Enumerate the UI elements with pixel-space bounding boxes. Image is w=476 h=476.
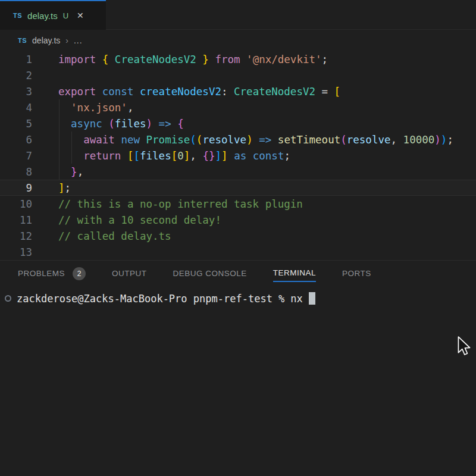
- terminal[interactable]: zackderose@Zacks-MacBook-Pro pnpm-ref-te…: [0, 292, 476, 305]
- panel-tab-bar: PROBLEMS2OUTPUTDEBUG CONSOLETERMINALPORT…: [0, 261, 476, 287]
- command-decoration-icon: [5, 295, 11, 302]
- line-number: 11: [0, 214, 32, 226]
- code-line-13[interactable]: 13: [0, 244, 476, 260]
- code-text: async (files) => {: [58, 118, 184, 130]
- code-line-1[interactable]: 1import { CreateNodesV2 } from '@nx/devk…: [0, 51, 476, 67]
- panel-tab-output[interactable]: OUTPUT: [112, 267, 147, 281]
- close-icon[interactable]: ✕: [77, 11, 84, 20]
- git-untracked-badge: U: [63, 11, 68, 20]
- code-text: return [[files[0], {}]] as const;: [58, 150, 290, 162]
- panel-tab-label: DEBUG CONSOLE: [173, 267, 247, 281]
- line-number: 13: [0, 246, 32, 258]
- code-text: export const createNodesV2: CreateNodesV…: [58, 86, 340, 98]
- indent-guide: [59, 131, 60, 148]
- panel-tab-debug-console[interactable]: DEBUG CONSOLE: [173, 267, 247, 281]
- panel-tab-label: OUTPUT: [112, 267, 147, 281]
- panel-tab-problems[interactable]: PROBLEMS2: [18, 267, 86, 281]
- code-line-3[interactable]: 3export const createNodesV2: CreateNodes…: [0, 83, 476, 99]
- tab-delay-ts[interactable]: TS delay.ts U ✕: [0, 0, 106, 30]
- code-text: await new Promise((resolve) => setTimeou…: [58, 134, 453, 146]
- code-text: // this is a no-op interred task plugin: [58, 198, 303, 210]
- indent-guide: [59, 115, 60, 131]
- typescript-file-icon: TS: [18, 37, 27, 44]
- indent-guide: [71, 131, 72, 148]
- line-number: 6: [0, 134, 32, 146]
- line-number: 10: [0, 198, 32, 210]
- indent-guide: [59, 148, 60, 164]
- panel-tab-terminal[interactable]: TERMINAL: [273, 266, 316, 282]
- terminal-cursor: [309, 292, 315, 305]
- code-line-11[interactable]: 11// with a 10 second delay!: [0, 212, 476, 228]
- line-number: 9: [0, 182, 32, 194]
- code-line-7[interactable]: 7 return [[files[0], {}]] as const;: [0, 148, 476, 164]
- code-text: // with a 10 second delay!: [58, 214, 221, 226]
- problems-count-badge: 2: [73, 267, 86, 280]
- code-text: // called delay.ts: [58, 230, 171, 242]
- editor-tab-bar: TS delay.ts U ✕: [0, 0, 476, 30]
- code-line-6[interactable]: 6 await new Promise((resolve) => setTime…: [0, 131, 476, 148]
- code-line-2[interactable]: 2: [0, 67, 476, 83]
- line-number: 7: [0, 150, 32, 162]
- indent-guide: [59, 99, 60, 115]
- tab-filename: delay.ts: [27, 11, 58, 21]
- code-text: import { CreateNodesV2 } from '@nx/devki…: [58, 54, 328, 65]
- line-number: 8: [0, 166, 32, 178]
- line-number: 12: [0, 230, 32, 242]
- breadcrumb-symbol-ellipsis[interactable]: ...: [74, 36, 83, 45]
- code-editor[interactable]: 1import { CreateNodesV2 } from '@nx/devk…: [0, 51, 476, 260]
- bottom-panel: PROBLEMS2OUTPUTDEBUG CONSOLETERMINALPORT…: [0, 260, 476, 476]
- code-line-9[interactable]: 9];: [0, 180, 476, 196]
- terminal-command: nx: [290, 293, 302, 305]
- code-line-8[interactable]: 8 },: [0, 164, 476, 180]
- code-text: ];: [58, 182, 71, 194]
- code-line-12[interactable]: 12// called delay.ts: [0, 228, 476, 244]
- typescript-file-icon: TS: [13, 12, 22, 19]
- indent-guide: [59, 164, 60, 180]
- terminal-prompt: zackderose@Zacks-MacBook-Pro pnpm-ref-te…: [17, 293, 284, 305]
- line-number: 1: [0, 54, 32, 65]
- breadcrumb-filename[interactable]: delay.ts: [32, 36, 60, 45]
- indent-guide: [71, 148, 72, 164]
- code-line-5[interactable]: 5 async (files) => {: [0, 115, 476, 131]
- code-text: 'nx.json',: [58, 102, 133, 114]
- line-number: 3: [0, 86, 32, 98]
- panel-tab-ports[interactable]: PORTS: [342, 267, 371, 281]
- line-number: 2: [0, 70, 32, 82]
- code-text: },: [58, 166, 83, 178]
- chevron-right-icon: ›: [65, 36, 68, 45]
- line-number: 5: [0, 118, 32, 130]
- panel-tab-label: TERMINAL: [273, 266, 316, 282]
- vscode-window: TS delay.ts U ✕ TS delay.ts › ... 1impor…: [0, 0, 476, 476]
- panel-tab-label: PORTS: [342, 267, 371, 281]
- breadcrumb: TS delay.ts › ...: [0, 30, 476, 51]
- code-line-10[interactable]: 10// this is a no-op interred task plugi…: [0, 196, 476, 212]
- code-line-4[interactable]: 4 'nx.json',: [0, 99, 476, 115]
- line-number: 4: [0, 102, 32, 114]
- panel-tab-label: PROBLEMS: [18, 267, 65, 281]
